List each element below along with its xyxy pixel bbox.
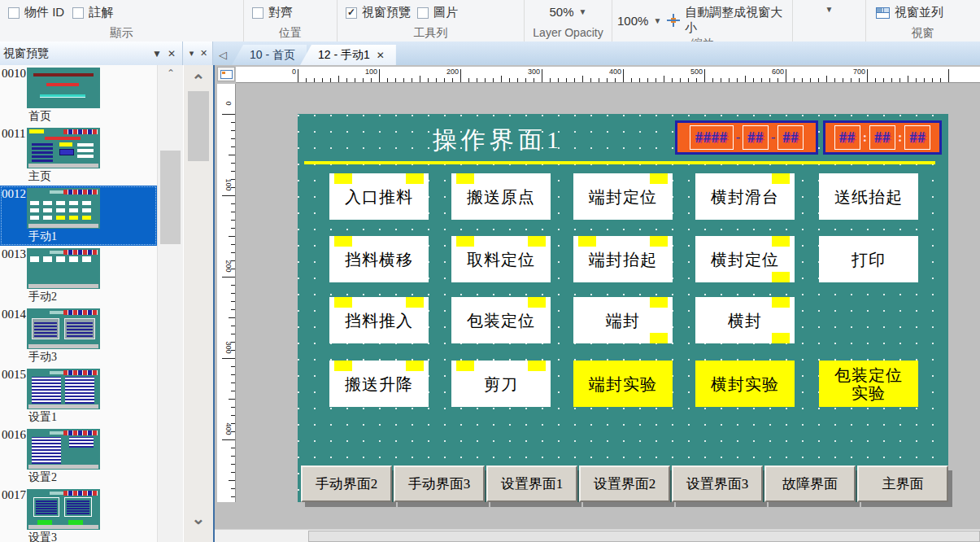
panel-menu-chevron-icon[interactable]: ▼ (150, 48, 164, 59)
align-checkbox-icon[interactable] (252, 7, 264, 19)
window-list-item-0010[interactable]: 0010首页 (0, 65, 157, 125)
panel-menu-chevron-icon[interactable]: ▾ (186, 48, 197, 59)
checkbox-picture[interactable]: 圖片 (417, 5, 458, 20)
hmi-button-挡料横移[interactable]: 挡料横移 (329, 236, 429, 282)
hmi-button-挡料推入[interactable]: 挡料推入 (329, 297, 429, 343)
hmi-button-label: 横封实验 (711, 375, 779, 393)
opacity-dropdown[interactable]: 50% ▼ (528, 5, 608, 19)
hmi-button-剪刀[interactable]: 剪刀 (451, 361, 551, 407)
document-tab-1[interactable]: 10 - 首页 (232, 45, 307, 65)
screen-nav-button-故障界面[interactable]: 故障界面 (764, 466, 856, 502)
indicator-lamp-tr (772, 297, 790, 308)
checkbox-comment[interactable]: 註解 (72, 5, 113, 20)
indicator-lamp-tr (406, 173, 424, 184)
window-number: 0013 (2, 247, 26, 261)
screen-nav-button-主界面[interactable]: 主界面 (857, 466, 948, 502)
group-label-opacity: Layer Opacity (528, 25, 608, 40)
window-list-item-0012[interactable]: 0012手动1 (0, 186, 157, 246)
sidebar-scrollbar-thumb[interactable] (160, 151, 181, 244)
hmi-button-打印[interactable]: 打印 (819, 236, 918, 282)
hmi-button-横封滑台[interactable]: 横封滑台 (695, 173, 795, 220)
window-list-item-0013[interactable]: 0013手动2 (0, 246, 157, 306)
window-name: 设置3 (28, 531, 57, 542)
tile-windows-button[interactable]: 視窗並列 (876, 5, 943, 20)
window-list-item-0016[interactable]: 0016设置2 (0, 426, 157, 487)
hmi-button-label: 剪刀 (484, 375, 518, 393)
window-number: 0010 (2, 67, 26, 81)
hmi-button-label: 端封抬起 (589, 251, 657, 269)
hmi-button-横封定位[interactable]: 横封定位 (695, 236, 795, 282)
time-display[interactable]: ##:##:## (823, 120, 942, 155)
panel-title: 視窗預覽 (3, 46, 150, 61)
secondary-panel-scrollbar[interactable]: ⌃ ⌄ (183, 65, 213, 542)
window-thumbnail (27, 308, 100, 349)
document-tab-2[interactable]: 12 - 手动1✕ (300, 45, 396, 65)
window-list-item-0017[interactable]: 0017设置3 (0, 487, 157, 542)
screen-nav-button-设置界面3[interactable]: 设置界面3 (672, 466, 763, 502)
panel-close-icon[interactable]: ✕ (198, 48, 209, 59)
secondary-scrollbar-thumb[interactable] (188, 91, 209, 161)
checkbox-picture-label: 圖片 (433, 5, 458, 20)
hmi-button-端封[interactable]: 端封 (573, 297, 673, 343)
hmi-button-端封实验[interactable]: 端封实验 (573, 361, 673, 407)
screen-nav-button-设置界面2[interactable]: 设置界面2 (579, 466, 670, 502)
scroll-up-chevron-icon[interactable]: ⌃ (184, 73, 213, 88)
hmi-button-搬送原点[interactable]: 搬送原点 (451, 173, 551, 220)
comment-checkbox-icon[interactable] (72, 7, 84, 19)
hmi-button-端封抬起[interactable]: 端封抬起 (573, 236, 673, 282)
hmi-button-送纸抬起[interactable]: 送纸抬起 (819, 173, 918, 220)
scroll-down-chevron-icon[interactable]: ⌄ (184, 511, 213, 526)
window-list-item-0015[interactable]: 0015设置1 (0, 366, 157, 426)
window-list-item-0014[interactable]: 0014手动3 (0, 306, 157, 366)
indicator-lamp-tl (334, 173, 352, 184)
hmi-button-label: 包装定位 (467, 312, 535, 330)
checkbox-comment-label: 註解 (89, 5, 113, 20)
ruler-corner-button[interactable] (217, 67, 235, 81)
ribbon-group-position: 對齊 位置 (244, 0, 338, 42)
display-segment: ## (743, 125, 769, 150)
scroll-up-icon[interactable]: ⌃ (158, 68, 184, 79)
window-number: 0012 (2, 187, 26, 201)
hmi-button-搬送升降[interactable]: 搬送升降 (329, 361, 429, 407)
ruler-label: 300 (514, 68, 540, 76)
panel-close-icon[interactable]: ✕ (164, 48, 179, 59)
window-preview-panel-header: 視窗預覽 ▼ ✕ (0, 42, 183, 65)
window-name: 手动1 (28, 229, 57, 244)
sidebar-scrollbar[interactable]: ⌃ (157, 65, 184, 542)
hmi-button-label: 取料定位 (467, 251, 535, 269)
zoom-dropdown[interactable]: 100% ▼ (617, 14, 661, 28)
window-preview-checkbox-icon[interactable] (346, 7, 357, 19)
tab-close-icon[interactable]: ✕ (377, 50, 385, 61)
ribbon-group-zoom: 100% ▼ 自動調整成視窗大小 縮放 (612, 0, 793, 42)
screen-nav-button-手动界面2[interactable]: 手动界面2 (301, 466, 392, 502)
hmi-button-包装定位实验[interactable]: 包装定位 实验 (819, 361, 918, 407)
screen-nav-button-手动界面3[interactable]: 手动界面3 (394, 466, 485, 502)
hmi-button-包装定位[interactable]: 包装定位 (451, 297, 551, 343)
fit-to-window-label: 自動調整成視窗大小 (685, 5, 789, 36)
hmi-button-入口推料[interactable]: 入口推料 (329, 173, 429, 220)
hmi-button-端封定位[interactable]: 端封定位 (573, 173, 673, 220)
checkbox-window-preview[interactable]: 視窗預覽 (346, 5, 411, 20)
checkbox-object-id[interactable]: 物件 ID (8, 5, 64, 20)
fit-to-window-button[interactable]: 自動調整成視窗大小 (666, 5, 789, 36)
date-display[interactable]: ####-##-## (675, 120, 818, 155)
canvas-hscrollbar-thumb[interactable] (308, 531, 980, 542)
window-list-item-0011[interactable]: 0011主页 (0, 125, 157, 186)
hmi-button-label: 打印 (852, 251, 886, 269)
hmi-button-横封实验[interactable]: 横封实验 (695, 361, 795, 407)
checkbox-align[interactable]: 對齊 (252, 5, 293, 20)
hmi-button-横封[interactable]: 横封 (695, 297, 795, 343)
canvas-horizontal-scrollbar[interactable] (215, 529, 980, 542)
screen-nav-button-设置界面1[interactable]: 设置界面1 (486, 466, 577, 502)
object-id-checkbox-icon[interactable] (8, 7, 20, 19)
indicator-lamp-tl (456, 173, 474, 184)
picture-checkbox-icon[interactable] (417, 7, 429, 19)
tab-scroll-left-icon[interactable]: ◁ (214, 46, 232, 63)
ruler-label: 0 (270, 68, 296, 76)
misc-dropdown[interactable]: ▼ (796, 5, 862, 14)
hmi-button-取料定位[interactable]: 取料定位 (451, 236, 551, 282)
app-window: 物件 ID 註解 顯示 對齊 位置 視窗預覽 (0, 0, 980, 542)
hmi-button-label: 送纸抬起 (834, 188, 903, 206)
window-thumbnail (27, 128, 100, 168)
zoom-value: 100% (617, 14, 648, 28)
